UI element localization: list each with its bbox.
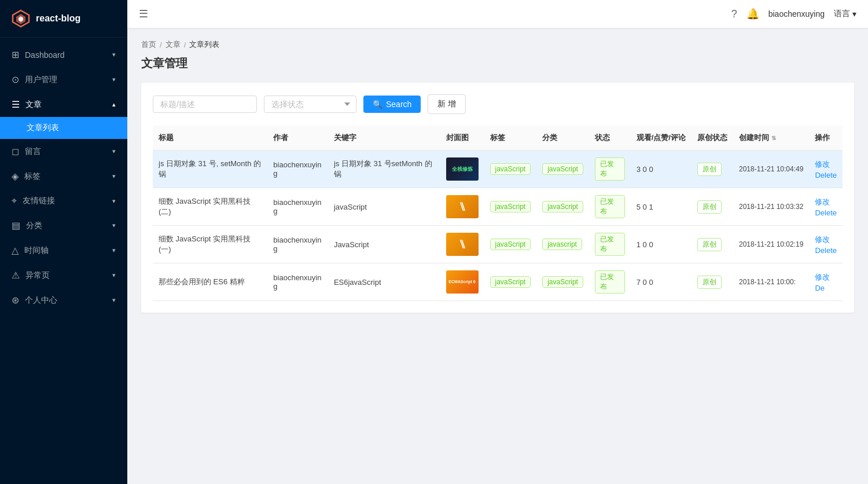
sidebar-item-tags[interactable]: ◈ 标签 ▾ — [0, 164, 127, 189]
modify-button[interactable]: 修改 — [815, 234, 837, 245]
delete-button[interactable]: Delete — [815, 246, 837, 255]
search-input[interactable] — [153, 96, 257, 113]
doc-icon: ☰ — [12, 99, 20, 110]
breadcrumb: 首页 / 文章 / 文章列表 — [141, 39, 854, 50]
cell-cover: 全栈修炼 — [440, 151, 484, 188]
cell-status: 已发布 — [589, 226, 631, 263]
search-button-label: Search — [386, 100, 411, 109]
chevron-down-icon: ▾ — [112, 247, 116, 254]
category-badge: javascript — [542, 239, 582, 250]
cell-actions: 修改 Delete — [809, 151, 843, 188]
sidebar-item-dashboard[interactable]: ⊞ Dashboard ▾ — [0, 42, 127, 67]
cell-created-at: 2018-11-21 10:02:19 — [733, 226, 809, 263]
original-badge: 原创 — [697, 238, 722, 251]
cell-cover: ECMAScript 6 — [440, 263, 484, 301]
th-cover: 封面图 — [440, 126, 484, 151]
delete-button[interactable]: Delete — [815, 208, 837, 217]
sidebar-label-dashboard: Dashboard — [25, 50, 65, 60]
link-icon: ⌖ — [12, 196, 17, 206]
chevron-down-icon: ▾ — [112, 197, 116, 205]
comment-icon: ◻ — [12, 146, 19, 157]
status-select[interactable]: 选择状态 已发布 草稿 — [264, 96, 356, 113]
cell-created-at: 2018-11-21 10:00: — [733, 263, 809, 301]
th-actions: 操作 — [809, 126, 843, 151]
sort-icon: ⇅ — [771, 135, 776, 141]
sidebar-item-category[interactable]: ▤ 分类 ▾ — [0, 213, 127, 238]
status-badge: 已发布 — [595, 270, 625, 294]
article-table: 标题 作者 关键字 封面图 标签 分类 状态 观看/点赞/评论 原创状态 创建时… — [153, 126, 843, 301]
cover-image: ⑊ — [446, 233, 479, 256]
th-created-at[interactable]: 创建时间 ⇅ — [733, 126, 809, 151]
cell-category: javaScript — [536, 188, 589, 226]
breadcrumb-sep-1: / — [160, 41, 162, 49]
cell-stats: 1 0 0 — [631, 226, 692, 263]
search-button[interactable]: 🔍 Search — [363, 96, 421, 113]
tag-badge: javaScript — [490, 163, 531, 175]
modify-button[interactable]: 修改 — [815, 159, 837, 170]
help-icon[interactable]: ? — [731, 8, 737, 20]
cell-keyword: JavaScript — [328, 226, 440, 263]
header-left: ☰ — [139, 8, 148, 20]
th-original: 原创状态 — [692, 126, 733, 151]
logo-text: react-blog — [36, 13, 80, 24]
cell-author: biaochenxuying — [267, 151, 328, 188]
article-card: 选择状态 已发布 草稿 🔍 Search 新 增 标题 作者 关键字 — [141, 83, 854, 313]
sidebar-item-friend-links[interactable]: ⌖ 友情链接 ▾ — [0, 189, 127, 213]
original-badge: 原创 — [697, 276, 722, 289]
th-title: 标题 — [153, 126, 267, 151]
breadcrumb-current: 文章列表 — [189, 39, 219, 50]
th-tag: 标签 — [484, 126, 537, 151]
cell-category: javaScript — [536, 151, 589, 188]
username[interactable]: biaochenxuying — [768, 9, 825, 19]
toolbar: 选择状态 已发布 草稿 🔍 Search 新 增 — [153, 94, 843, 114]
language-selector[interactable]: 语言 ▾ — [834, 9, 856, 19]
cell-original: 原创 — [692, 226, 733, 263]
breadcrumb-home[interactable]: 首页 — [141, 39, 156, 50]
menu-toggle-icon[interactable]: ☰ — [139, 8, 148, 20]
sidebar-item-timeline[interactable]: △ 时间轴 ▾ — [0, 238, 127, 263]
cell-title: 那些必会用到的 ES6 精粹 — [153, 263, 267, 301]
sidebar-item-error-page[interactable]: ⚠ 异常页 ▾ — [0, 263, 127, 288]
sidebar-logo[interactable]: react-blog — [0, 0, 127, 38]
cell-stats: 7 0 0 — [631, 263, 692, 301]
modify-button[interactable]: 修改 — [815, 197, 837, 207]
original-badge: 原创 — [697, 163, 722, 176]
original-badge: 原创 — [697, 200, 722, 214]
cell-stats: 5 0 1 — [631, 188, 692, 226]
table-row: 细数 JavaScript 实用黑科技(二) biaochenxuying ja… — [153, 188, 843, 226]
content-area: 首页 / 文章 / 文章列表 文章管理 选择状态 已发布 草稿 🔍 Search — [127, 28, 868, 484]
cell-keyword: javaScript — [328, 188, 440, 226]
person-icon: ⊛ — [12, 295, 19, 306]
th-category: 分类 — [536, 126, 589, 151]
language-arrow-icon: ▾ — [852, 9, 856, 19]
table-row: js 日期对象 31 号, setMonth 的锅 biaochenxuying… — [153, 151, 843, 188]
sidebar-item-comments[interactable]: ◻ 留言 ▾ — [0, 139, 127, 164]
cell-title: 细数 JavaScript 实用黑科技(二) — [153, 188, 267, 226]
breadcrumb-article[interactable]: 文章 — [165, 39, 181, 50]
cell-actions: 修改 Delete — [809, 188, 843, 226]
chevron-down-icon: ▾ — [112, 76, 116, 83]
created-at-label: 创建时间 — [739, 133, 769, 143]
chevron-down-icon: ▾ — [112, 148, 116, 155]
folder-icon: ▤ — [12, 220, 20, 231]
cell-author: biaochenxuying — [267, 188, 328, 226]
sidebar-label-article: 文章 — [25, 100, 42, 110]
delete-button[interactable]: De — [815, 284, 825, 292]
cell-cover: ⑊ — [440, 188, 484, 226]
bell-icon[interactable]: 🔔 — [746, 8, 759, 20]
breadcrumb-sep-2: / — [184, 41, 186, 49]
delete-button[interactable]: Delete — [815, 171, 837, 179]
sidebar-item-user-mgmt[interactable]: ⊙ 用户管理 ▾ — [0, 67, 127, 92]
sidebar-menu: ⊞ Dashboard ▾ ⊙ 用户管理 ▾ ☰ 文章 ▴ 文章列表 — [0, 38, 127, 317]
sidebar-item-article-list[interactable]: 文章列表 — [0, 117, 127, 139]
add-article-button[interactable]: 新 增 — [428, 94, 466, 114]
sidebar-label-article-list: 文章列表 — [27, 123, 59, 133]
user-icon: ⊙ — [12, 74, 19, 85]
cell-author: biaochenxuying — [267, 263, 328, 301]
status-badge: 已发布 — [595, 157, 625, 181]
sidebar-item-personal[interactable]: ⊛ 个人中心 ▾ — [0, 288, 127, 313]
cell-tag: javaScript — [484, 226, 537, 263]
modify-button[interactable]: 修改 — [815, 272, 837, 283]
sidebar-item-article[interactable]: ☰ 文章 ▴ — [0, 92, 127, 117]
cell-created-at: 2018-11-21 10:03:32 — [733, 188, 809, 226]
